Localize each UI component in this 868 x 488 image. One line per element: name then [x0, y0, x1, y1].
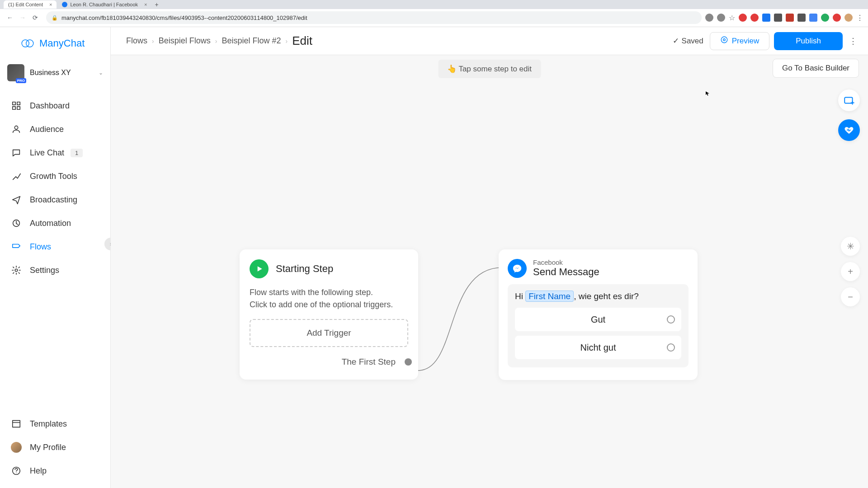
url-field[interactable]: 🔒 manychat.com/fb181039443240830/cms/fil… — [46, 11, 702, 24]
svg-rect-4 — [13, 107, 15, 109]
sidebar-item-audience[interactable]: Audience — [0, 117, 110, 141]
first-step-label[interactable]: The First Step — [250, 357, 408, 367]
health-button[interactable] — [838, 119, 860, 141]
browser-tab[interactable]: Leon R. Chaudhari | Facebook × — [57, 0, 151, 9]
sidebar-item-automation[interactable]: Automation — [0, 211, 110, 235]
node-title: Starting Step — [276, 263, 333, 275]
card-plus-icon — [843, 94, 855, 106]
new-tab-button[interactable]: + — [153, 0, 161, 9]
extension-icon[interactable] — [809, 14, 817, 22]
sidebar-item-growth[interactable]: Growth Tools — [0, 164, 110, 188]
node-header: Starting Step — [250, 259, 408, 278]
flows-icon — [11, 241, 22, 252]
svg-rect-2 — [13, 102, 15, 105]
svg-point-12 — [721, 37, 727, 43]
nav-main: Dashboard Audience Live Chat 1 Growth To… — [0, 89, 110, 412]
extension-icon[interactable] — [786, 14, 794, 22]
send-message-node[interactable]: Facebook Send Message Hi First Name, wie… — [499, 249, 698, 380]
close-icon[interactable]: × — [144, 2, 147, 7]
quick-reply-button[interactable]: Nicht gut — [515, 336, 681, 359]
sidebar-item-label: Audience — [30, 125, 64, 134]
sidebar-item-help[interactable]: Help — [0, 459, 110, 483]
sidebar-item-label: My Profile — [30, 443, 66, 452]
svg-rect-3 — [17, 102, 20, 105]
fit-view-button[interactable]: ✳ — [841, 237, 860, 256]
livechat-badge: 1 — [71, 149, 83, 157]
output-port[interactable] — [405, 358, 412, 366]
preview-label: Preview — [732, 37, 759, 46]
extension-icon[interactable] — [797, 14, 806, 22]
zoom-icon[interactable] — [717, 14, 725, 22]
workspace-selector[interactable]: PRO Business XY ⌄ — [0, 60, 110, 89]
brand-name: ManyChat — [39, 38, 85, 49]
svg-point-1 — [26, 40, 33, 47]
extension-icons: ☆ ⋮ — [705, 14, 863, 22]
gear-icon — [11, 265, 22, 276]
sidebar-item-templates[interactable]: Templates — [0, 412, 110, 436]
crumb-flows[interactable]: Flows — [126, 36, 147, 46]
translate-icon[interactable] — [705, 14, 713, 22]
zoom-out-button[interactable]: − — [841, 287, 860, 306]
back-button[interactable]: ← — [5, 12, 15, 23]
sidebar-item-label: Broadcasting — [30, 195, 77, 205]
extension-icon[interactable] — [750, 14, 759, 22]
sidebar-item-myprofile[interactable]: My Profile — [0, 436, 110, 459]
saved-indicator: ✓ Saved — [673, 36, 703, 46]
url-text: manychat.com/fb181039443240830/cms/files… — [61, 14, 307, 21]
tab-title: (1) Edit Content — [8, 2, 43, 7]
message-text: Hi First Name, wie geht es dir? — [515, 291, 681, 301]
output-port[interactable] — [667, 315, 675, 324]
logo[interactable]: ManyChat — [0, 27, 110, 60]
forward-button[interactable]: → — [17, 12, 28, 23]
cursor-icon — [706, 89, 709, 94]
more-menu-button[interactable]: ⋮ — [846, 32, 860, 50]
add-card-button[interactable] — [838, 89, 860, 111]
chevron-right-icon: › — [152, 38, 154, 45]
starting-step-node[interactable]: Starting Step Flow starts with the follo… — [240, 249, 418, 380]
canvas-hint: 👆 Tap some step to edit — [438, 60, 541, 78]
browser-chrome: (1) Edit Content × Leon R. Chaudhari | F… — [0, 0, 868, 27]
chevron-right-icon: › — [285, 38, 288, 45]
reload-button[interactable]: ⟳ — [30, 12, 41, 23]
flow-canvas[interactable]: 👆 Tap some step to edit Go To Basic Buil… — [111, 55, 868, 488]
menu-icon[interactable]: ⋮ — [856, 14, 863, 22]
topbar: Flows › Beispiel Flows › Beispiel Flow #… — [111, 27, 868, 55]
messenger-icon — [508, 259, 527, 278]
sidebar-item-label: Growth Tools — [30, 172, 77, 181]
audience-icon — [11, 124, 22, 135]
sidebar-item-flows[interactable]: Flows — [0, 235, 110, 258]
browser-tab[interactable]: (1) Edit Content × — [4, 0, 57, 9]
extension-icon[interactable] — [739, 14, 747, 22]
crumb-folder[interactable]: Beispiel Flows — [159, 36, 211, 46]
sidebar-item-label: Automation — [30, 219, 71, 228]
extension-icon[interactable] — [774, 14, 782, 22]
sidebar-item-settings[interactable]: Settings — [0, 258, 110, 282]
svg-rect-5 — [17, 107, 20, 109]
sidebar-item-livechat[interactable]: Live Chat 1 — [0, 141, 110, 164]
close-icon[interactable]: × — [49, 2, 52, 7]
sidebar-item-dashboard[interactable]: Dashboard — [0, 94, 110, 117]
add-trigger-button[interactable]: Add Trigger — [250, 319, 408, 347]
zoom-in-button[interactable]: + — [841, 262, 860, 281]
tab-title: Leon R. Chaudhari | Facebook — [70, 2, 138, 7]
svg-point-0 — [22, 40, 29, 47]
breadcrumb: Flows › Beispiel Flows › Beispiel Flow #… — [126, 34, 312, 48]
node-platform: Facebook — [533, 258, 599, 266]
basic-builder-button[interactable]: Go To Basic Builder — [773, 59, 859, 78]
extension-icon[interactable] — [762, 14, 770, 22]
crumb-flow[interactable]: Beispiel Flow #2 — [222, 36, 281, 46]
publish-button[interactable]: Publish — [774, 32, 843, 50]
tab-strip: (1) Edit Content × Leon R. Chaudhari | F… — [0, 0, 868, 9]
star-icon[interactable]: ☆ — [729, 14, 735, 22]
extension-icon[interactable] — [833, 14, 841, 22]
sidebar-item-broadcasting[interactable]: Broadcasting — [0, 188, 110, 211]
message-content[interactable]: Hi First Name, wie geht es dir? Gut Nich… — [508, 284, 689, 367]
quick-reply-button[interactable]: Gut — [515, 308, 681, 331]
extension-icon[interactable] — [821, 14, 829, 22]
output-port[interactable] — [667, 343, 675, 352]
canvas-tools — [838, 89, 860, 141]
preview-button[interactable]: Preview — [710, 32, 769, 50]
svg-point-6 — [14, 126, 18, 129]
chat-icon — [11, 147, 22, 158]
avatar-icon[interactable] — [844, 14, 853, 22]
